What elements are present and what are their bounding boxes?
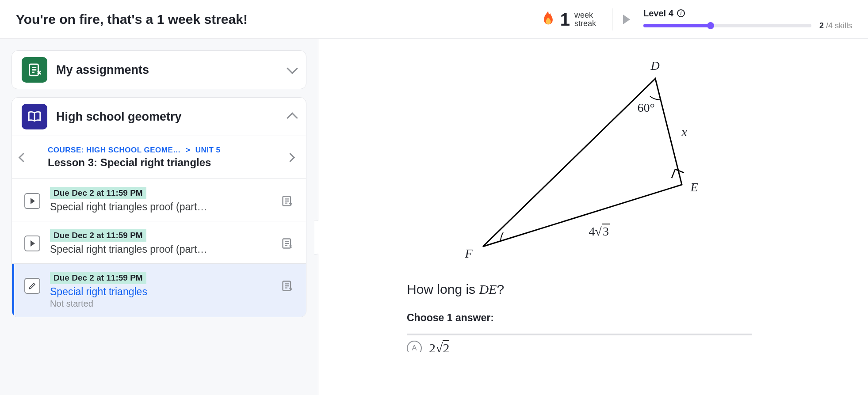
assigned-icon — [281, 195, 294, 207]
breadcrumb-course-link[interactable]: COURSE: HIGH SCHOOL GEOME… — [48, 146, 181, 154]
due-badge: Due Dec 2 at 11:59 PM — [50, 272, 146, 284]
question-block: How long is DE? Choose 1 answer: A 2√2 — [407, 282, 868, 352]
course-title: High school geometry — [56, 110, 279, 124]
progress-fill — [643, 24, 711, 27]
skills-count: 2 /4 skills — [819, 21, 852, 30]
streak-label: week streak — [574, 11, 596, 28]
lesson-item-active[interactable]: Due Dec 2 at 11:59 PM Special right tria… — [12, 263, 306, 317]
assigned-icon — [281, 237, 294, 250]
sidebar: My assignments High school geometry — [0, 39, 318, 395]
divider — [612, 8, 612, 30]
answer-option-a[interactable]: A 2√2 — [407, 340, 868, 352]
item-status: Not started — [50, 299, 271, 309]
item-title: Special right triangles proof (part… — [50, 201, 231, 213]
choose-label: Choose 1 answer: — [407, 312, 868, 324]
content-area: D E F 60° x 4√3 How long is DE? Choose 1… — [318, 39, 868, 395]
question-text: How long is DE? — [407, 282, 868, 297]
side-de-label: x — [682, 125, 687, 139]
lesson-item[interactable]: Due Dec 2 at 11:59 PM Special right tria… — [12, 221, 306, 263]
triangle-figure: D E F 60° x 4√3 — [452, 57, 735, 264]
answer-divider — [407, 334, 752, 335]
angle-d-label: 60° — [638, 101, 655, 115]
assignments-icon — [22, 57, 47, 83]
level-block: Level 4 i 2 /4 skills — [643, 8, 852, 30]
level-label: Level 4 — [643, 8, 673, 19]
streak-number: 1 — [560, 11, 570, 28]
video-icon — [24, 235, 40, 251]
course-card: High school geometry COURSE: HIGH SCHOOL… — [11, 97, 306, 317]
side-fe-label: 4√3 — [589, 224, 610, 239]
vertex-d-label: D — [651, 59, 660, 73]
prev-lesson-button[interactable] — [19, 152, 28, 162]
exercise-icon — [24, 278, 40, 294]
info-icon[interactable]: i — [677, 9, 685, 17]
vertex-f-label: F — [465, 247, 473, 261]
option-value: 2√2 — [429, 341, 449, 352]
streak-block: 1 week streak — [541, 11, 596, 28]
lesson-item[interactable]: Due Dec 2 at 11:59 PM Special right tria… — [12, 179, 306, 221]
course-card-header[interactable]: High school geometry — [12, 98, 306, 136]
chevron-up-icon — [287, 112, 298, 123]
video-icon — [24, 193, 40, 209]
item-title: Special right triangles proof (part… — [50, 243, 231, 255]
progress-bar — [643, 24, 811, 27]
play-icon[interactable] — [623, 15, 630, 24]
assigned-icon — [281, 280, 294, 292]
top-bar: You're on fire, that's a 1 week streak! … — [0, 0, 868, 39]
breadcrumb-unit-link[interactable]: UNIT 5 — [195, 146, 221, 154]
next-lesson-button[interactable] — [286, 152, 295, 162]
lesson-title: Lesson 3: Special right triangles — [48, 156, 279, 169]
my-assignments-card[interactable]: My assignments — [11, 50, 306, 89]
breadcrumb: COURSE: HIGH SCHOOL GEOME… > UNIT 5 — [48, 146, 279, 155]
due-badge: Due Dec 2 at 11:59 PM — [50, 229, 146, 242]
item-title: Special right triangles — [50, 286, 231, 298]
option-letter: A — [407, 341, 422, 352]
my-assignments-label: My assignments — [56, 63, 279, 77]
chevron-down-icon — [287, 63, 298, 74]
fire-icon — [541, 11, 556, 28]
lesson-nav: COURSE: HIGH SCHOOL GEOME… > UNIT 5 Less… — [12, 136, 306, 179]
streak-message: You're on fire, that's a 1 week streak! — [16, 12, 248, 27]
book-icon — [22, 104, 47, 129]
vertex-e-label: E — [691, 180, 698, 194]
due-badge: Due Dec 2 at 11:59 PM — [50, 187, 146, 199]
lesson-list: Due Dec 2 at 11:59 PM Special right tria… — [12, 179, 306, 317]
